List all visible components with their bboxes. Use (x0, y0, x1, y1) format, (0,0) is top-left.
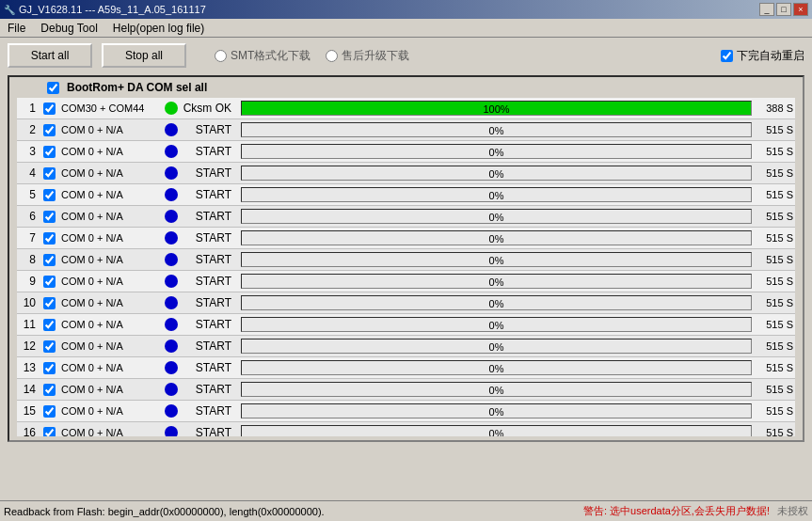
row-dot (162, 145, 181, 158)
row-dot (162, 188, 181, 201)
row-com-label: COM 0 + N/A (58, 427, 162, 436)
row-status-text: START (181, 166, 237, 180)
row-checkbox[interactable] (43, 276, 56, 288)
progress-bar-container: 0% (241, 360, 752, 375)
row-status-text: START (181, 188, 237, 201)
row-checkbox[interactable] (43, 297, 56, 309)
row-time: 515 S (756, 146, 795, 157)
radio-smt[interactable] (215, 50, 227, 62)
status-dot (165, 318, 178, 331)
status-left: Readback from Flash: begin_addr(0x000000… (4, 506, 576, 517)
menu-file[interactable]: File (4, 21, 29, 36)
row-dot (162, 102, 181, 115)
row-checkbox-wrap[interactable] (40, 254, 58, 266)
row-checkbox[interactable] (43, 384, 56, 396)
row-status-text: START (181, 426, 237, 436)
row-number: 10 (17, 296, 40, 309)
row-number: 8 (17, 253, 40, 266)
status-dot (165, 145, 178, 158)
row-checkbox[interactable] (43, 124, 56, 136)
progress-bar-container: 0% (241, 317, 752, 332)
row-checkbox-wrap[interactable] (40, 276, 58, 288)
row-number: 1 (17, 102, 40, 115)
menu-bar: File Debug Tool Help(open log file) (0, 19, 812, 38)
row-checkbox-wrap[interactable] (40, 232, 58, 245)
row-dot (162, 123, 181, 136)
progress-bar-container: 0% (241, 274, 752, 289)
row-dot (162, 231, 181, 245)
table-row: 5 COM 0 + N/A START 0% 515 S (17, 184, 795, 206)
row-checkbox-wrap[interactable] (40, 384, 58, 396)
stop-all-button[interactable]: Stop all (102, 43, 186, 68)
row-checkbox[interactable] (43, 427, 56, 437)
minimize-button[interactable]: _ (759, 3, 774, 16)
row-number: 15 (17, 404, 40, 418)
row-time: 515 S (756, 211, 795, 222)
table-row: 15 COM 0 + N/A START 0% 515 S (17, 401, 795, 422)
status-dot (165, 253, 178, 266)
progress-bar-container: 0% (241, 252, 752, 267)
row-status-text: START (181, 404, 237, 418)
row-checkbox[interactable] (43, 189, 56, 201)
row-checkbox[interactable] (43, 103, 56, 115)
menu-help[interactable]: Help(open log file) (109, 21, 208, 36)
row-checkbox-wrap[interactable] (40, 103, 58, 115)
row-checkbox-wrap[interactable] (40, 211, 58, 223)
row-checkbox-wrap[interactable] (40, 189, 58, 201)
select-all-checkbox[interactable] (47, 82, 59, 94)
radio-smt-label[interactable]: SMT格式化下载 (215, 48, 310, 64)
row-status-text: START (181, 231, 237, 245)
row-checkbox[interactable] (43, 340, 56, 353)
radio-group: SMT格式化下载 售后升级下载 (215, 48, 409, 64)
row-dot (162, 275, 181, 288)
progress-text: 0% (242, 383, 751, 398)
row-status-text: START (181, 339, 237, 353)
status-warning: 警告: 选中userdata分区,会丢失用户数据! (583, 504, 770, 518)
row-checkbox[interactable] (43, 254, 56, 266)
row-com-label: COM 0 + N/A (58, 297, 162, 308)
row-checkbox-wrap[interactable] (40, 340, 58, 353)
progress-text: 0% (242, 339, 751, 355)
row-time: 515 S (756, 297, 795, 308)
row-time: 515 S (756, 189, 795, 200)
progress-bar-container: 0% (241, 403, 752, 418)
radio-upgrade-label[interactable]: 售后升级下载 (326, 48, 409, 64)
maximize-button[interactable]: □ (776, 3, 791, 16)
table-row: 7 COM 0 + N/A START 0% 515 S (17, 228, 795, 249)
menu-debug[interactable]: Debug Tool (37, 21, 102, 36)
progress-bar-container: 0% (241, 187, 752, 202)
row-checkbox-wrap[interactable] (40, 167, 58, 180)
progress-text: 0% (242, 318, 751, 333)
row-checkbox[interactable] (43, 319, 56, 331)
row-checkbox-wrap[interactable] (40, 362, 58, 374)
status-dot (165, 102, 178, 115)
progress-bar-container: 0% (241, 339, 752, 354)
row-checkbox[interactable] (43, 167, 56, 180)
progress-text: 0% (242, 426, 751, 436)
status-dot (165, 188, 178, 201)
row-time: 515 S (756, 384, 795, 395)
row-checkbox-wrap[interactable] (40, 427, 58, 437)
start-all-button[interactable]: Start all (8, 43, 92, 68)
row-checkbox[interactable] (43, 146, 56, 158)
auto-reboot-label[interactable]: 下完自动重启 (721, 48, 804, 64)
close-button[interactable]: × (793, 3, 808, 16)
auto-reboot-checkbox[interactable] (721, 50, 733, 62)
row-checkbox-wrap[interactable] (40, 297, 58, 309)
row-checkbox[interactable] (43, 232, 56, 245)
row-com-label: COM 0 + N/A (58, 362, 162, 373)
radio-smt-text: SMT格式化下载 (231, 48, 310, 64)
row-checkbox-wrap[interactable] (40, 146, 58, 158)
row-dot (162, 318, 181, 331)
progress-text: 0% (242, 275, 751, 290)
row-status-text: START (181, 275, 237, 288)
row-checkbox[interactable] (43, 211, 56, 223)
row-checkbox-wrap[interactable] (40, 124, 58, 136)
row-dot (162, 426, 181, 436)
row-checkbox-wrap[interactable] (40, 319, 58, 331)
row-number: 2 (17, 123, 40, 136)
row-checkbox[interactable] (43, 405, 56, 418)
row-checkbox-wrap[interactable] (40, 405, 58, 418)
radio-upgrade[interactable] (326, 50, 338, 62)
row-checkbox[interactable] (43, 362, 56, 374)
